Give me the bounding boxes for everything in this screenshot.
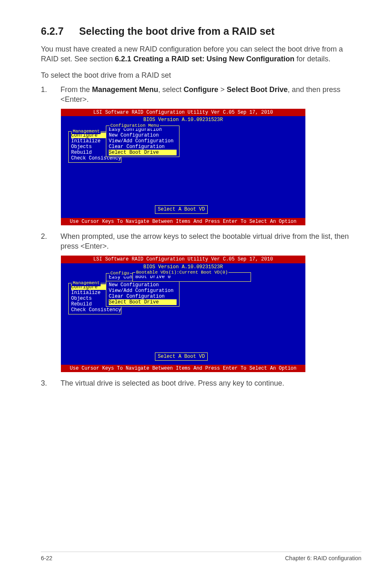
cfg-item-clear[interactable]: Clear Configuration (109, 294, 177, 299)
section-title: Selecting the boot drive from a RAID set (79, 25, 275, 37)
cfg-item-select-boot[interactable]: Select Boot Drive (109, 299, 177, 305)
bios-help-bar: Use Cursor Keys To Navigate Between Item… (61, 365, 305, 372)
configuration-menu-label: Configuration Menu (110, 123, 160, 129)
step-1: 1. From the Management Menu, select Conf… (41, 85, 361, 105)
cfg-item-view-add[interactable]: View/Add Configuration (109, 288, 177, 294)
bios-version-bar: BIOS Version A.10.09231523R (61, 116, 305, 123)
configuration-menu-box: Configuration Menu Easy Configuration Ne… (106, 126, 179, 157)
bios-title-bar: LSI Software RAID Configuration Utility … (61, 256, 305, 263)
intro-paragraph: You must have created a new RAID configu… (41, 44, 361, 64)
bios-screenshot-2: LSI Software RAID Configuration Utility … (61, 255, 306, 373)
step-3: 3. The virtual drive is selected as boot… (41, 378, 361, 388)
chapter-label: Chapter 6: RAID configuration (285, 554, 361, 562)
bios-help-bar: Use Cursor Keys To Navigate Between Item… (61, 218, 305, 225)
cfg-item-clear[interactable]: Clear Configuration (109, 144, 177, 150)
select-boot-prompt: Select A Boot VD (155, 205, 208, 213)
bios-title-bar: LSI Software RAID Configuration Utility … (61, 109, 305, 116)
configuration-menu-short-label: Configu (110, 270, 130, 276)
select-boot-prompt: Select A Boot VD (155, 352, 208, 361)
section-number: 6.2.7 (41, 25, 64, 38)
cfg-item-select-boot[interactable]: Select Boot Drive (109, 150, 177, 155)
section-heading: 6.2.7Selecting the boot drive from a RAI… (41, 25, 361, 38)
management-menu-label: Management (72, 128, 101, 135)
cfg-item-new[interactable]: New Configuration (109, 282, 177, 288)
page-number: 6-22 (41, 554, 52, 562)
mgmt-item-check-consistency[interactable]: Check Consistency (71, 307, 119, 313)
lead-paragraph: To select the boot drive from a RAID set (41, 70, 361, 80)
bios-screenshot-1: LSI Software RAID Configuration Utility … (61, 108, 306, 226)
page-footer: 6-22 Chapter 6: RAID configuration (41, 552, 361, 562)
cfg-item-view-add[interactable]: View/Add Configuration (109, 138, 177, 144)
bootable-vd-label: Bootable VDs(1):Current Boot VD(0) (135, 269, 229, 276)
bootable-vd-list: Bootable VDs(1):Current Boot VD(0) Boot … (132, 272, 251, 282)
cfg-item-new[interactable]: New Configuration (109, 132, 177, 138)
management-menu-label: Management (72, 280, 101, 286)
step-2: 2. When prompted, use the arrow keys to … (41, 231, 361, 251)
